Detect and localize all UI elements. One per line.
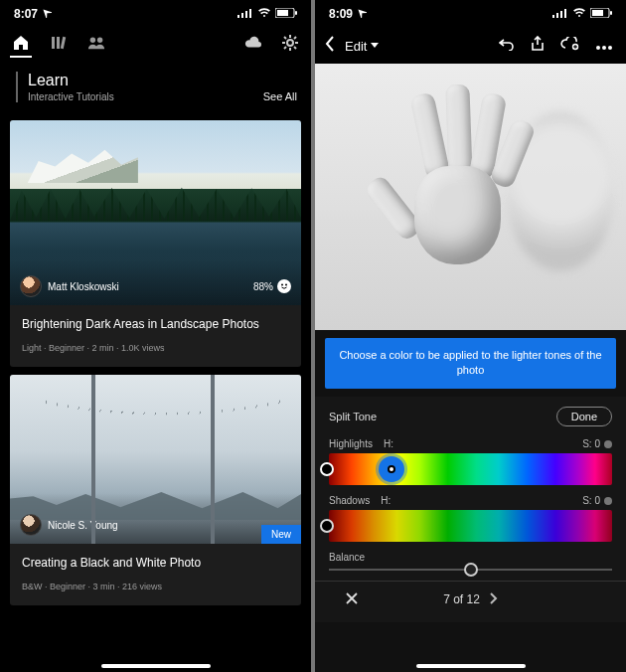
avatar	[20, 275, 42, 297]
author-name: Nicole S. Young	[48, 520, 118, 531]
svg-rect-0	[237, 15, 239, 18]
tutorial-card[interactable]: Matt Kloskowski 88% Brightening Dark Are…	[10, 120, 301, 367]
rating-percent: 88%	[253, 281, 273, 292]
svg-point-31	[596, 46, 600, 50]
svg-line-18	[294, 47, 296, 49]
svg-rect-6	[277, 10, 288, 16]
svg-rect-5	[295, 11, 297, 15]
shadows-label: Shadows	[329, 495, 370, 506]
step-pager: 7 of 12	[443, 591, 498, 607]
svg-point-21	[281, 284, 283, 286]
svg-rect-23	[552, 15, 554, 18]
tutorial-title: Creating a Black and White Photo	[22, 556, 289, 570]
learn-title: Learn	[28, 72, 114, 89]
panel-title: Split Tone	[329, 411, 377, 422]
status-time: 8:07	[14, 7, 38, 21]
svg-rect-2	[245, 11, 247, 18]
hue-label: H:	[381, 495, 391, 506]
value-knob-icon	[604, 497, 612, 505]
slider-endpoint-icon[interactable]	[320, 462, 334, 476]
author-name: Matt Kloskowski	[48, 281, 119, 292]
share-icon[interactable]	[531, 36, 545, 56]
shadows-hue-knob[interactable]	[320, 519, 334, 533]
hue-label: H:	[384, 438, 393, 449]
photo-preview[interactable]	[315, 64, 626, 330]
people-icon[interactable]	[87, 34, 105, 52]
more-icon[interactable]	[596, 37, 612, 55]
see-all-link[interactable]: See All	[263, 90, 297, 102]
svg-rect-8	[57, 37, 60, 49]
tutorial-title: Brightening Dark Areas in Landscape Phot…	[22, 317, 289, 331]
svg-rect-26	[564, 9, 566, 18]
svg-rect-9	[61, 37, 66, 49]
svg-rect-28	[610, 11, 612, 15]
home-icon[interactable]	[12, 34, 30, 52]
split-tone-panel: Split Tone Done Highlights H: S: 0 Shado…	[315, 397, 626, 622]
undo-icon[interactable]	[499, 37, 515, 55]
saturation-label: S: 0	[582, 495, 600, 506]
edit-dropdown[interactable]: Edit	[345, 39, 379, 54]
saturation-label: S: 0	[582, 438, 600, 449]
svg-rect-24	[556, 13, 558, 18]
svg-rect-1	[241, 13, 243, 18]
tutorial-thumbnail: Nicole S. Young New	[10, 375, 301, 544]
home-indicator[interactable]	[101, 664, 211, 668]
highlights-hue-knob[interactable]	[379, 456, 404, 482]
value-knob-icon	[604, 440, 612, 448]
top-nav	[0, 28, 311, 60]
svg-point-22	[285, 284, 287, 286]
svg-rect-3	[249, 9, 251, 18]
location-icon	[42, 7, 52, 21]
learn-header: Learn Interactive Tutorials See All	[0, 58, 311, 112]
tutorial-meta: B&W · Beginner · 3 min · 216 views	[22, 582, 289, 591]
done-button[interactable]: Done	[556, 407, 612, 426]
svg-point-11	[97, 38, 102, 43]
gear-icon[interactable]	[281, 34, 299, 52]
svg-rect-7	[52, 37, 55, 49]
chevron-down-icon	[371, 43, 379, 49]
wifi-icon	[572, 7, 586, 21]
highlights-label: Highlights	[329, 438, 373, 449]
battery-icon	[590, 7, 612, 21]
balance-knob[interactable]	[464, 563, 478, 577]
wifi-icon	[257, 7, 271, 21]
home-indicator[interactable]	[416, 664, 526, 668]
svg-line-17	[284, 37, 286, 39]
next-step-icon[interactable]	[490, 591, 498, 607]
balance-label: Balance	[329, 552, 612, 563]
svg-point-33	[608, 46, 612, 50]
highlights-hue-slider[interactable]	[329, 453, 612, 485]
tutorial-meta: Light · Beginner · 2 min · 1.0K views	[22, 343, 289, 353]
avatar	[20, 514, 42, 536]
edit-toolbar: Edit	[315, 28, 626, 64]
tutorial-thumbnail: Matt Kloskowski 88%	[10, 120, 301, 305]
cloud-add-icon[interactable]	[560, 37, 580, 55]
back-icon[interactable]	[325, 36, 335, 56]
svg-point-32	[602, 46, 606, 50]
tutorial-hint: Choose a color to be applied to the ligh…	[325, 338, 616, 389]
status-bar: 8:09	[315, 0, 626, 28]
battery-icon	[275, 7, 297, 21]
status-time: 8:09	[329, 7, 353, 21]
cloud-icon[interactable]	[243, 34, 261, 52]
page-indicator: 7 of 12	[443, 592, 480, 606]
svg-point-10	[90, 38, 95, 43]
tutorial-card[interactable]: Nicole S. Young New Creating a Black and…	[10, 375, 301, 605]
library-icon[interactable]	[50, 34, 68, 52]
svg-rect-25	[560, 11, 562, 18]
svg-rect-29	[592, 10, 603, 16]
svg-line-20	[294, 37, 296, 39]
smile-icon	[277, 279, 291, 293]
new-badge: New	[261, 525, 301, 544]
location-icon	[357, 7, 367, 21]
shadows-hue-slider[interactable]	[329, 510, 612, 542]
cellular-icon	[552, 7, 568, 21]
svg-point-12	[287, 40, 293, 46]
svg-line-19	[284, 47, 286, 49]
cellular-icon	[237, 7, 253, 21]
close-icon[interactable]	[345, 591, 359, 608]
status-bar: 8:07	[0, 0, 311, 28]
balance-slider[interactable]	[329, 569, 612, 571]
learn-subtitle: Interactive Tutorials	[28, 91, 114, 102]
